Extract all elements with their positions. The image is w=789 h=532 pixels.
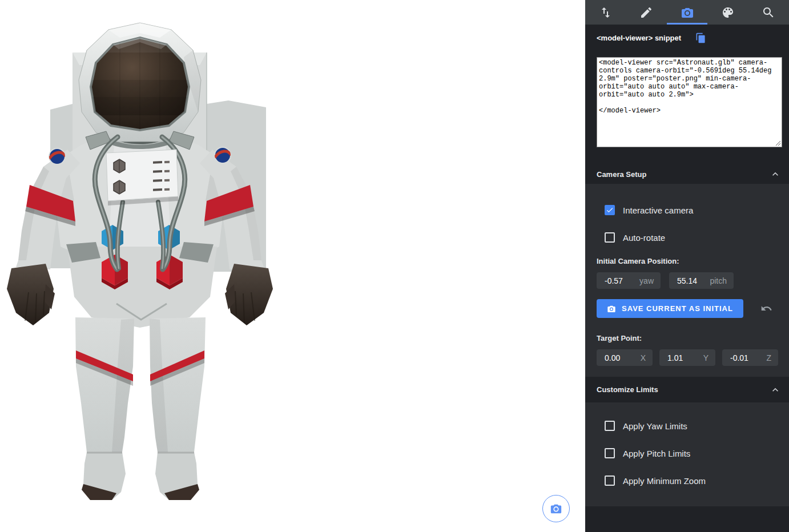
customize-limits-section: Apply Yaw Limits Apply Pitch Limits Appl… [585, 402, 789, 506]
pitch-value: 55.14 [677, 276, 697, 285]
import-export-icon [599, 6, 613, 19]
apply-minimum-zoom-label: Apply Minimum Zoom [623, 476, 706, 486]
target-x-unit: X [641, 353, 646, 362]
astronaut-model [0, 0, 585, 532]
interactive-camera-label: Interactive camera [623, 205, 693, 215]
search-icon [762, 6, 775, 19]
target-z-input[interactable]: -0.01 Z [722, 349, 778, 366]
target-y-unit: Y [703, 353, 709, 362]
chevron-up-icon[interactable] [770, 168, 781, 180]
copy-icon [695, 33, 706, 43]
camera-icon [681, 6, 694, 19]
customize-limits-title: Customize Limits [597, 385, 658, 394]
apply-minimum-zoom-row[interactable]: Apply Minimum Zoom [605, 473, 789, 489]
initial-camera-position-label: Initial Camera Position: [597, 257, 789, 266]
palette-icon [721, 6, 735, 19]
pencil-icon [639, 6, 653, 19]
checkbox-icon[interactable] [605, 232, 615, 243]
target-z-unit: Z [766, 353, 771, 362]
model-viewport[interactable] [0, 0, 585, 532]
target-point-label: Target Point: [597, 334, 789, 343]
yaw-unit: yaw [639, 276, 654, 285]
camera-icon [607, 304, 616, 313]
apply-yaw-limits-row[interactable]: Apply Yaw Limits [605, 418, 789, 434]
undo-button[interactable] [759, 302, 773, 316]
target-x-value: 0.00 [605, 353, 620, 362]
chevron-up-icon[interactable] [770, 384, 781, 396]
tab-transform[interactable] [585, 0, 626, 25]
apply-pitch-limits-label: Apply Pitch Limits [623, 449, 690, 458]
customize-limits-header[interactable]: Customize Limits [585, 377, 789, 402]
tab-inspector[interactable] [748, 0, 789, 25]
interactive-camera-row[interactable]: Interactive camera [605, 202, 789, 218]
pitch-unit: pitch [710, 276, 727, 285]
capture-poster-button[interactable] [542, 495, 570, 522]
camera-setup-header[interactable]: Camera Setup [585, 164, 789, 184]
tab-camera[interactable] [667, 0, 707, 25]
pitch-input[interactable]: 55.14 pitch [669, 272, 734, 289]
target-x-input[interactable]: 0.00 X [597, 349, 653, 366]
undo-icon [760, 303, 772, 315]
camera-setup-section: Interactive camera Auto-rotate Initial C… [585, 184, 789, 377]
check-icon [606, 206, 614, 214]
yaw-input[interactable]: -0.57 yaw [597, 272, 661, 289]
yaw-value: -0.57 [605, 276, 623, 285]
camera-setup-title: Camera Setup [597, 170, 646, 179]
checkbox-icon[interactable] [605, 448, 615, 458]
checkbox-icon[interactable] [605, 475, 615, 486]
snippet-title: <model-viewer> snippet [597, 34, 681, 42]
apply-pitch-limits-row[interactable]: Apply Pitch Limits [605, 445, 789, 461]
tab-edit[interactable] [626, 0, 666, 25]
snippet-textarea[interactable]: <model-viewer src="Astronaut.glb" camera… [597, 57, 782, 147]
apply-yaw-limits-label: Apply Yaw Limits [623, 421, 687, 431]
target-z-value: -0.01 [730, 353, 748, 362]
target-y-input[interactable]: 1.01 Y [659, 349, 715, 366]
save-button-label: SAVE CURRENT AS INITIAL [622, 304, 733, 313]
editor-toolbar [585, 0, 789, 25]
save-current-as-initial-button[interactable]: SAVE CURRENT AS INITIAL [597, 299, 743, 318]
camera-icon [550, 502, 562, 515]
tab-materials[interactable] [707, 0, 748, 25]
auto-rotate-row[interactable]: Auto-rotate [605, 229, 789, 245]
auto-rotate-label: Auto-rotate [623, 233, 665, 243]
copy-snippet-button[interactable] [695, 32, 706, 43]
target-y-value: 1.01 [667, 353, 683, 362]
checkbox-icon[interactable] [605, 421, 615, 431]
settings-panel: <model-viewer> snippet <model-viewer src… [585, 0, 789, 532]
checkbox-icon[interactable] [605, 205, 615, 215]
